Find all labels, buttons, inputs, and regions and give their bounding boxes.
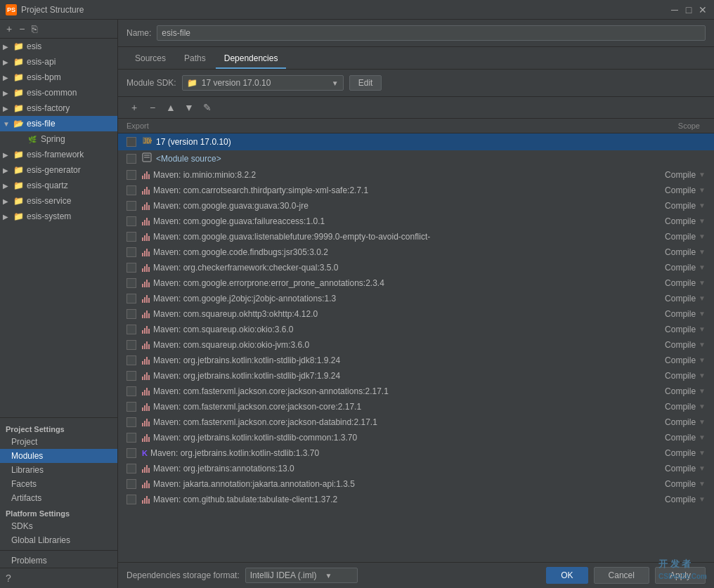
dep-checkbox[interactable] <box>126 170 136 180</box>
tree-item-esis-quartz[interactable]: ▶ 📁 esis-quartz <box>0 178 117 193</box>
dep-checkbox[interactable] <box>126 371 136 381</box>
nav-modules[interactable]: Modules <box>0 449 117 463</box>
scope-dropdown[interactable]: ▼ <box>699 387 706 395</box>
copy-module-button[interactable]: ⎘ <box>30 22 39 35</box>
nav-problems[interactable]: Problems <box>0 554 117 568</box>
add-module-button[interactable]: + <box>4 22 14 35</box>
edit-sdk-button[interactable]: Edit <box>349 75 382 91</box>
tree-item-esis-system[interactable]: ▶ 📁 esis-system <box>0 209 117 224</box>
scope-dropdown[interactable]: ▼ <box>699 464 706 472</box>
tab-paths[interactable]: Paths <box>176 49 214 69</box>
tree-item-esis-factory[interactable]: ▶ 📁 esis-factory <box>0 100 117 116</box>
dep-row[interactable]: Maven: com.squareup.okio:okio-jvm:3.6.0C… <box>118 337 714 353</box>
tab-dependencies[interactable]: Dependencies <box>216 49 287 69</box>
dep-row[interactable]: Maven: com.google.guava:guava:30.0-jreCo… <box>118 198 714 214</box>
remove-dependency-button[interactable]: − <box>145 100 160 115</box>
dep-checkbox[interactable] <box>126 495 136 504</box>
help-icon[interactable]: ? <box>6 573 11 584</box>
scope-dropdown[interactable]: ▼ <box>699 263 706 271</box>
scope-dropdown[interactable]: ▼ <box>699 418 706 426</box>
nav-artifacts[interactable]: Artifacts <box>0 491 117 505</box>
remove-module-button[interactable]: − <box>17 22 27 35</box>
scope-dropdown[interactable]: ▼ <box>699 279 706 287</box>
scope-dropdown[interactable]: ▼ <box>699 310 706 318</box>
scope-dropdown[interactable]: ▼ <box>699 248 706 256</box>
tree-item-esis-framework[interactable]: ▶ 📁 esis-framework <box>0 147 117 162</box>
scope-dropdown[interactable]: ▼ <box>699 171 706 178</box>
minimize-button[interactable]: ─ <box>669 4 680 15</box>
close-button[interactable]: ✕ <box>697 4 708 15</box>
dep-row[interactable]: Maven: com.google.guava:listenablefuture… <box>118 229 714 244</box>
scope-dropdown[interactable]: ▼ <box>699 202 706 209</box>
scope-dropdown[interactable]: ▼ <box>699 186 706 194</box>
dep-checkbox[interactable] <box>126 137 136 147</box>
dep-row[interactable]: Maven: com.squareup.okio:okio:3.6.0Compi… <box>118 322 714 337</box>
tree-item-esis-service[interactable]: ▶ 📁 esis-service <box>0 193 117 209</box>
scope-dropdown[interactable]: ▼ <box>699 433 706 441</box>
tree-item-esis-bpm[interactable]: ▶ 📁 esis-bpm <box>0 70 117 85</box>
dep-row[interactable]: Maven: com.google.errorprone:error_prone… <box>118 275 714 291</box>
dep-checkbox[interactable] <box>126 278 136 288</box>
dep-row[interactable]: Maven: org.jetbrains:annotations:13.0Com… <box>118 461 714 476</box>
dep-checkbox[interactable] <box>126 479 136 489</box>
name-input[interactable] <box>157 25 706 41</box>
scope-dropdown[interactable]: ▼ <box>699 403 706 410</box>
dep-checkbox[interactable] <box>126 247 136 257</box>
dep-row[interactable]: Maven: org.checkerframework:checker-qual… <box>118 260 714 275</box>
dep-checkbox[interactable] <box>126 216 136 226</box>
dep-checkbox[interactable] <box>126 417 136 427</box>
dep-row[interactable]: Maven: org.jetbrains.kotlin:kotlin-stdli… <box>118 368 714 384</box>
dep-checkbox[interactable] <box>126 325 136 334</box>
nav-global-libs[interactable]: Global Libraries <box>0 533 117 547</box>
add-dependency-button[interactable]: + <box>126 100 142 115</box>
dep-checkbox[interactable] <box>126 185 136 195</box>
dep-checkbox[interactable] <box>126 263 136 273</box>
dep-checkbox[interactable] <box>126 201 136 211</box>
dep-row[interactable]: KMaven: org.jetbrains.kotlin:kotlin-stdl… <box>118 445 714 461</box>
dep-checkbox[interactable] <box>126 232 136 242</box>
dep-checkbox[interactable] <box>126 448 136 458</box>
tab-sources[interactable]: Sources <box>126 49 174 69</box>
tree-item-esis-common[interactable]: ▶ 📁 esis-common <box>0 85 117 100</box>
nav-libraries[interactable]: Libraries <box>0 463 117 477</box>
dep-checkbox[interactable] <box>126 340 136 350</box>
ok-button[interactable]: OK <box>546 567 588 584</box>
sdk-select[interactable]: 📁 17 version 17.0.10 ▼ <box>182 75 344 91</box>
dep-row[interactable]: Maven: jakarta.annotation:jakarta.annota… <box>118 476 714 492</box>
move-up-button[interactable]: ▲ <box>163 100 178 115</box>
dep-checkbox[interactable] <box>126 402 136 412</box>
nav-sdks[interactable]: SDKs <box>0 519 117 533</box>
scope-dropdown[interactable]: ▼ <box>699 356 706 364</box>
scope-dropdown[interactable]: ▼ <box>699 233 706 240</box>
scope-dropdown[interactable]: ▼ <box>699 495 706 503</box>
nav-project[interactable]: Project <box>0 435 117 449</box>
dep-row[interactable]: Maven: com.squareup.okhttp3:okhttp:4.12.… <box>118 306 714 322</box>
edit-dependency-button[interactable]: ✎ <box>200 100 215 115</box>
dep-row-jdk[interactable]: JDK 17 (version 17.0.10) <box>118 133 714 150</box>
scope-dropdown[interactable]: ▼ <box>699 217 706 225</box>
tree-item-esis-api[interactable]: ▶ 📁 esis-api <box>0 54 117 70</box>
dep-row[interactable]: Maven: com.fasterxml.jackson.core:jackso… <box>118 399 714 414</box>
scope-dropdown[interactable]: ▼ <box>699 449 706 457</box>
cancel-button[interactable]: Cancel <box>594 567 649 584</box>
scope-dropdown[interactable]: ▼ <box>699 372 706 379</box>
dep-row[interactable]: Maven: com.fasterxml.jackson.core:jackso… <box>118 414 714 430</box>
dep-row[interactable]: Maven: com.fasterxml.jackson.core:jackso… <box>118 384 714 399</box>
dep-row[interactable]: Maven: com.google.j2objc:j2objc-annotati… <box>118 291 714 306</box>
dep-row[interactable]: Maven: com.google.guava:failureaccess:1.… <box>118 214 714 229</box>
scope-dropdown[interactable]: ▼ <box>699 325 706 333</box>
tree-item-esis-generator[interactable]: ▶ 📁 esis-generator <box>0 162 117 178</box>
dep-checkbox[interactable] <box>126 464 136 473</box>
scope-dropdown[interactable]: ▼ <box>699 480 706 488</box>
dep-checkbox[interactable] <box>126 309 136 319</box>
dep-checkbox[interactable] <box>126 154 136 164</box>
dep-row[interactable]: Maven: com.google.code.findbugs:jsr305:3… <box>118 244 714 260</box>
dep-checkbox[interactable] <box>126 294 136 303</box>
move-down-button[interactable]: ▼ <box>181 100 197 115</box>
dep-checkbox[interactable] <box>126 355 136 365</box>
dep-row[interactable]: Maven: org.jetbrains.kotlin:kotlin-stdli… <box>118 353 714 368</box>
nav-facets[interactable]: Facets <box>0 477 117 491</box>
dep-row[interactable]: Maven: com.github.tabulate:tabulate-clie… <box>118 492 714 507</box>
dep-checkbox[interactable] <box>126 433 136 443</box>
dep-row[interactable]: Maven: com.carrotsearch.thirdparty:simpl… <box>118 183 714 198</box>
